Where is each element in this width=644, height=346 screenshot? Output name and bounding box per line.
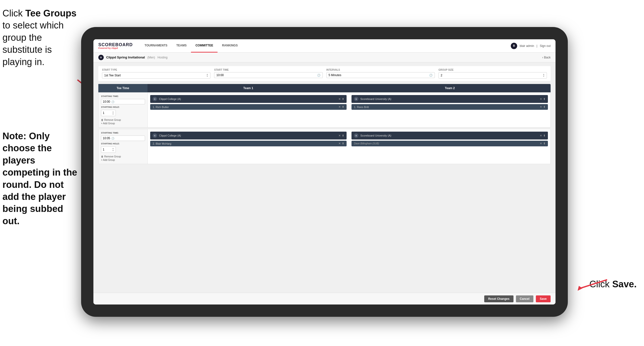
col-tee-time: Tee Time: [98, 84, 148, 92]
reset-changes-button[interactable]: Reset Changes: [484, 296, 514, 302]
team2-actions-2: ✕ ⬆: [540, 134, 546, 137]
team2-badge-1: S: [354, 97, 358, 101]
nav-rankings[interactable]: RANKINGS: [218, 39, 242, 52]
logo-powered: Powered by clippd: [98, 47, 133, 49]
player1-expand-icon-2[interactable]: ⬆: [342, 142, 344, 145]
player2-expand-icon-2[interactable]: ⬆: [543, 142, 546, 145]
group-size-label: Group Size: [438, 68, 547, 71]
start-time-label: Start Time: [214, 68, 322, 71]
remove-group-btn-1[interactable]: 🗑 Remove Group: [101, 119, 145, 121]
logo-area: SCOREBOARD Powered by clippd: [98, 42, 133, 49]
col-team1: Team 1: [148, 84, 349, 92]
player1-name-2: 2. Blair McHarg: [153, 142, 336, 145]
starting-hole-label-1: STARTING HOLE:: [101, 106, 145, 108]
team1-card-2[interactable]: C Clippd College (A) ✕ ⬆: [150, 132, 346, 139]
add-group-btn-2[interactable]: + Add Group: [101, 159, 145, 161]
table-header: Tee Time Team 1 Team 2: [98, 84, 550, 92]
setting-start-type: Start Type 1st Tee Start ▲▼: [102, 68, 210, 79]
svg-marker-3: [578, 286, 582, 291]
team2-remove-icon-1[interactable]: ✕: [540, 97, 542, 101]
tablet-frame: SCOREBOARD Powered by clippd TOURNAMENTS…: [81, 27, 568, 317]
player2-actions-2: ✕ ⬆: [540, 142, 546, 145]
remove-group-btn-2[interactable]: 🗑 Remove Group: [101, 155, 145, 158]
player2-remove-icon-2[interactable]: ✕: [540, 142, 542, 145]
nav-committee[interactable]: COMMITTEE: [191, 39, 218, 52]
player2-actions-1: ✕ ⬆: [540, 105, 546, 108]
team1-card-1[interactable]: C Clippd College (A) ✕ ⬆: [150, 95, 346, 103]
team1-actions-2: ✕ ⬆: [338, 134, 344, 137]
player2-name-2: Dave Billingham (SUB): [354, 142, 538, 145]
starting-time-label-1: STARTING TIME:: [101, 95, 145, 97]
team2-name-2: Scoreboard University (A): [360, 134, 538, 137]
team1-name-2: Clippd College (A): [159, 134, 336, 137]
starting-hole-input-2[interactable]: 1 ▲▼: [101, 146, 116, 153]
nav-username: blair admin: [520, 44, 534, 48]
player1-remove-icon-2[interactable]: ✕: [338, 142, 341, 145]
group-actions-2: 🗑 Remove Group + Add Group: [101, 155, 145, 161]
team1-expand-icon-2[interactable]: ⬆: [342, 134, 344, 137]
main-content: Start Type 1st Tee Start ▲▼ Start Time 1…: [94, 62, 556, 293]
instruction-text: Click Tee Groups to select which group t…: [2, 7, 79, 68]
starting-time-label-2: STARTING TIME:: [101, 132, 145, 134]
team2-badge-2: S: [354, 133, 358, 138]
save-button[interactable]: Save: [536, 296, 550, 302]
team1-remove-icon-1[interactable]: ✕: [338, 97, 341, 101]
save-bold: Save.: [612, 279, 637, 289]
breadcrumb-bar: B Clippd Spring Invitational (Men) Hosti…: [94, 52, 556, 62]
intervals-label: Intervals: [326, 68, 435, 71]
table-row: STARTING TIME: 10:00 🕐 STARTING HOLE: 1 …: [98, 92, 550, 127]
start-type-input[interactable]: 1st Tee Start ▲▼: [102, 72, 210, 79]
settings-row: Start Type 1st Tee Start ▲▼ Start Time 1…: [98, 66, 550, 81]
nav-avatar: B: [511, 43, 517, 49]
nav-teams[interactable]: TEAMS: [172, 39, 191, 52]
nav-separator: |: [536, 44, 537, 48]
breadcrumb-title: Clippd Spring Invitational: [106, 55, 145, 59]
player2-remove-icon-1[interactable]: ✕: [540, 105, 542, 108]
starting-time-input-2[interactable]: 10:05 🕐: [101, 136, 145, 141]
nav-links: TOURNAMENTS TEAMS COMMITTEE RANKINGS: [140, 39, 511, 52]
col-team2: Team 2: [349, 84, 550, 92]
team1-remove-icon-2[interactable]: ✕: [338, 134, 341, 137]
add-group-btn-1[interactable]: + Add Group: [101, 122, 145, 125]
team1-expand-icon-1[interactable]: ⬆: [342, 97, 344, 101]
starting-hole-label-2: STARTING HOLE:: [101, 142, 145, 145]
breadcrumb-back[interactable]: ‹ Back: [542, 56, 550, 59]
player2-expand-icon-1[interactable]: ⬆: [543, 105, 546, 108]
team2-expand-icon-2[interactable]: ⬆: [543, 134, 546, 137]
team2-expand-icon-1[interactable]: ⬆: [543, 97, 546, 101]
breadcrumb-badge: B: [98, 55, 104, 60]
footer-bar: Reset Changes Cancel Save: [94, 293, 556, 305]
start-type-label: Start Type: [102, 68, 210, 71]
group-size-input[interactable]: 2 ▲▼: [438, 72, 547, 79]
cancel-button[interactable]: Cancel: [516, 296, 534, 302]
click-save-label: Click Save.: [590, 279, 637, 290]
player1-expand-icon-1[interactable]: ⬆: [342, 105, 344, 108]
logo-scoreboard: SCOREBOARD: [98, 42, 133, 47]
team1-slot-2: C Clippd College (A) ✕ ⬆ 2. Blair McHarg…: [148, 129, 349, 164]
team2-card-1[interactable]: S Scoreboard University (A) ✕ ⬆: [352, 95, 548, 103]
player2-card-1[interactable]: 1. Rees Britt ✕ ⬆: [352, 104, 548, 110]
setting-intervals: Intervals 5 Minutes 🕐: [326, 68, 435, 79]
group-left-2: STARTING TIME: 10:05 🕐 STARTING HOLE: 1 …: [98, 129, 148, 164]
start-time-input[interactable]: 10:00 🕐: [214, 72, 322, 78]
player1-remove-icon-1[interactable]: ✕: [338, 105, 341, 108]
player1-card-2[interactable]: 2. Blair McHarg ✕ ⬆: [150, 141, 346, 146]
team1-badge-1: C: [153, 97, 157, 101]
breadcrumb-hosting: Hosting: [158, 56, 168, 59]
team2-name-1: Scoreboard University (A): [360, 97, 538, 100]
nav-signout[interactable]: Sign out: [540, 44, 550, 48]
nav-tournaments[interactable]: TOURNAMENTS: [140, 39, 172, 52]
note-bold: Note: Only choose the players competing …: [2, 131, 77, 226]
player1-card-1[interactable]: 1. Rich Butler ✕ ⬆: [150, 104, 346, 110]
setting-start-time: Start Time 10:00 🕐: [214, 68, 322, 79]
team2-remove-icon-2[interactable]: ✕: [540, 134, 542, 137]
intervals-input[interactable]: 5 Minutes 🕐: [326, 72, 435, 78]
player1-actions-2: ✕ ⬆: [338, 142, 344, 145]
navbar: SCOREBOARD Powered by clippd TOURNAMENTS…: [94, 39, 556, 52]
starting-hole-input-1[interactable]: 1 ▲▼: [101, 110, 116, 116]
team1-actions-1: ✕ ⬆: [338, 97, 344, 101]
starting-time-input-1[interactable]: 10:00 🕐: [101, 99, 145, 104]
team2-card-2[interactable]: S Scoreboard University (A) ✕ ⬆: [352, 132, 548, 139]
tee-groups-bold: Tee Groups: [25, 8, 76, 18]
player2-card-2[interactable]: Dave Billingham (SUB) ✕ ⬆: [352, 141, 548, 146]
